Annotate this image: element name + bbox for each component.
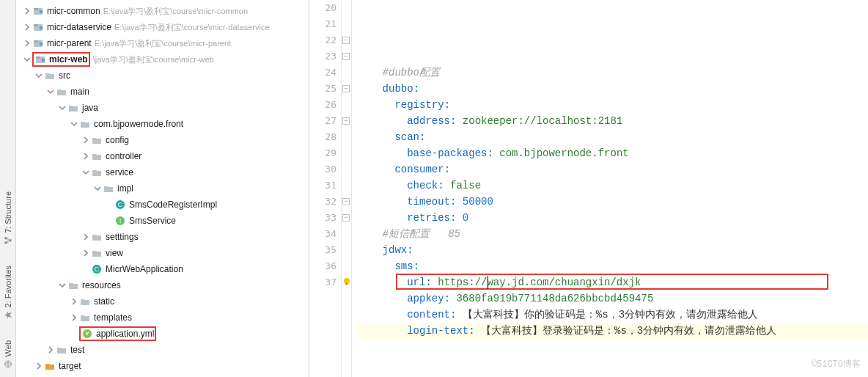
chevron-right-icon[interactable] <box>34 362 44 370</box>
code-line[interactable]: scan: <box>358 129 868 145</box>
code-line[interactable]: dubbo: <box>358 81 868 97</box>
code-line[interactable] <box>358 48 868 65</box>
tab-favorites-label: 2: Favorites <box>4 266 12 307</box>
chevron-down-icon[interactable] <box>92 185 103 192</box>
folder-icon <box>56 344 67 356</box>
tree-item[interactable]: .gitignore <box>16 374 309 377</box>
chevron-down-icon[interactable] <box>81 169 91 176</box>
code-line[interactable]: timeout: 50000 <box>358 194 868 210</box>
tree-item[interactable]: templates <box>16 310 309 326</box>
tree-item-label: micr-dataservice <box>47 22 111 32</box>
chevron-right-icon[interactable] <box>81 249 91 257</box>
tree-item[interactable]: view <box>16 245 309 261</box>
ide-root: 7: Structure 2: Favorites Web micr-commo… <box>0 0 868 377</box>
tree-item[interactable]: micr-web\java学习\盈利宝\course\micr-web <box>16 51 309 67</box>
line-number: 33 <box>309 210 336 226</box>
code-line[interactable]: appkey: 3680fa919b771148da626bbcbd459475 <box>358 290 868 307</box>
editor-area[interactable]: #dubbo配置 dubbo: registry: address: zooke… <box>352 0 868 377</box>
tree-item[interactable]: controller <box>16 148 309 164</box>
tree-item[interactable]: main <box>16 84 309 100</box>
code-line[interactable]: #dubbo配置 <box>358 65 868 81</box>
code-line[interactable]: registry: <box>358 97 868 113</box>
tab-structure[interactable]: 7: Structure <box>4 191 12 245</box>
tree-item-hint: E:\java学习\盈利宝\course\micr-dataservice <box>114 22 270 33</box>
intention-bulb-icon[interactable] <box>342 277 351 286</box>
chevron-right-icon[interactable] <box>81 233 91 241</box>
tree-item-hint: \java学习\盈利宝\course\micr-web <box>93 54 214 65</box>
code-line[interactable]: jdwx: <box>358 242 868 258</box>
tree-item[interactable]: micr-dataserviceE:\java学习\盈利宝\course\mic… <box>16 19 309 35</box>
tree-item[interactable]: config <box>16 132 309 148</box>
code-line[interactable]: retries: 0 <box>358 210 868 226</box>
code-line[interactable]: check: false <box>358 177 868 194</box>
project-tree[interactable]: micr-commonE:\java学习\盈利宝\course\micr-com… <box>16 0 309 377</box>
tree-item-label: setttings <box>106 232 139 242</box>
fold-marker[interactable]: − <box>342 198 350 205</box>
module-icon <box>32 21 44 33</box>
chevron-right-icon[interactable] <box>69 298 79 305</box>
tree-item[interactable]: CSmsCodeRegisterImpl <box>16 197 309 213</box>
tree-item-label: templates <box>94 312 132 323</box>
tree-item[interactable]: src <box>16 67 309 84</box>
fold-marker[interactable]: − <box>342 214 350 222</box>
line-number: 20 <box>309 0 336 16</box>
tree-item-label: micr-parent <box>47 38 92 48</box>
code-line[interactable]: url: https://way.jd.com/chuangxin/dxjk <box>358 274 868 290</box>
tree-item[interactable]: test <box>16 342 309 358</box>
chevron-right-icon[interactable] <box>22 40 32 47</box>
chevron-down-icon[interactable] <box>34 72 44 79</box>
tree-item[interactable]: resources <box>16 277 309 293</box>
chevron-down-icon[interactable] <box>45 88 56 95</box>
code-line[interactable]: address: zookeeper://localhost:2181 <box>358 113 868 129</box>
tree-item[interactable]: target <box>16 358 309 374</box>
tree-item[interactable]: ISmsService <box>16 213 309 229</box>
line-number: 37 <box>309 274 336 290</box>
tree-item-hint: E:\java学习\盈利宝\course\micr-parent <box>95 38 231 49</box>
text-caret <box>488 276 488 289</box>
fold-marker[interactable]: − <box>342 117 350 125</box>
fold-marker[interactable]: − <box>342 85 350 92</box>
tree-item[interactable]: setttings <box>16 229 309 245</box>
tree-item[interactable]: com.bjpowernode.front <box>16 116 309 132</box>
tree-item[interactable]: micr-commonE:\java学习\盈利宝\course\micr-com… <box>16 3 309 19</box>
tree-item[interactable]: micr-parentE:\java学习\盈利宝\course\micr-par… <box>16 35 309 51</box>
svg-rect-6 <box>40 10 43 13</box>
chevron-down-icon[interactable] <box>57 104 67 111</box>
code-line[interactable]: content: 【大富科技】你的验证码是：%s，3分钟内有效，请勿泄露给他人 <box>358 307 868 323</box>
chevron-right-icon[interactable] <box>81 136 91 144</box>
tree-item[interactable]: java <box>16 100 309 116</box>
tree-item[interactable]: service <box>16 164 309 180</box>
highlight-box: micr-web <box>32 52 90 67</box>
fold-marker[interactable]: − <box>342 37 350 44</box>
chevron-right-icon[interactable] <box>22 7 32 15</box>
svg-rect-12 <box>40 43 43 45</box>
chevron-down-icon[interactable] <box>22 56 32 63</box>
fold-gutter[interactable]: −−−−−− <box>342 0 352 377</box>
tree-item[interactable]: static <box>16 293 309 310</box>
chevron-right-icon[interactable] <box>45 346 56 354</box>
code-line[interactable]: sms: <box>358 258 868 274</box>
chevron-down-icon[interactable] <box>69 120 79 128</box>
code-line[interactable]: #短信配置 85 <box>358 226 868 242</box>
tree-item-label: config <box>106 135 129 145</box>
tab-favorites[interactable]: 2: Favorites <box>4 266 12 319</box>
code-line[interactable]: consumer: <box>358 161 868 177</box>
chevron-down-icon[interactable] <box>57 282 67 289</box>
folder-icon <box>91 150 103 162</box>
chevron-right-icon[interactable] <box>81 153 91 160</box>
tree-item[interactable]: impl <box>16 180 309 197</box>
tree-item[interactable]: CMicrWebApplication <box>16 261 309 277</box>
line-number-gutter: 202122232425262728293031323334353637 <box>309 0 342 377</box>
line-number: 28 <box>309 129 336 145</box>
tree-item-label: test <box>70 345 84 355</box>
chevron-right-icon[interactable] <box>69 314 79 321</box>
line-number: 22 <box>309 32 336 48</box>
tree-item-label: controller <box>106 151 141 161</box>
folder-icon <box>79 118 91 130</box>
tab-web[interactable]: Web <box>4 340 12 368</box>
chevron-right-icon[interactable] <box>22 23 32 31</box>
fold-marker[interactable]: − <box>342 53 350 60</box>
code-line[interactable]: login-text: 【大富科技】登录验证码是：%s，3分钟内有效，请勿泄露给… <box>358 323 868 339</box>
tree-item[interactable]: application.yml <box>16 326 309 342</box>
code-line[interactable]: base-packages: com.bjpowernode.front <box>358 145 868 161</box>
